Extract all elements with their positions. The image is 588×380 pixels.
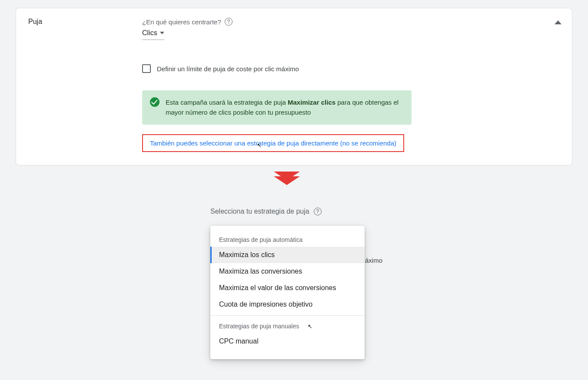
focus-label-row: ¿En qué quieres centrarte? ? (142, 18, 560, 26)
focus-label-text: ¿En qué quieres centrarte? (142, 18, 221, 26)
focus-dropdown[interactable]: Clics (142, 29, 164, 40)
menu-item-manual-cpc[interactable]: CPC manual (210, 333, 365, 350)
chevron-up-icon (555, 20, 561, 24)
menu-item-target-impression-share[interactable]: Cuota de impresiones objetivo (210, 296, 365, 313)
menu-item-maximize-clicks[interactable]: Maximiza los clics (210, 247, 365, 263)
banner-bold: Maximizar clics (288, 99, 336, 106)
banner-text: Esta campaña usará la estrategia de puja… (166, 97, 404, 118)
help-icon[interactable]: ? (314, 208, 322, 215)
banner-prefix: Esta campaña usará la estrategia de puja (166, 99, 288, 106)
direct-link-text: También puedes seleccionar una estrategi… (150, 139, 396, 147)
collapse-button[interactable] (555, 20, 561, 24)
strategy-info-banner: Esta campaña usará la estrategia de puja… (142, 90, 412, 125)
arrow-chevron-icon (274, 176, 300, 185)
menu-separator (210, 315, 365, 316)
bidding-card: Puja ¿En qué quieres centrarte? ? Clics … (16, 8, 572, 165)
card-header: Puja ¿En qué quieres centrarte? ? Clics … (28, 18, 560, 152)
menu-item-maximize-conversions[interactable]: Maximiza las conversiones (210, 263, 365, 280)
strategy-select-label-row: Selecciona tu estrategia de puja ? (210, 208, 365, 215)
caret-down-icon (160, 32, 164, 34)
max-cpc-checkbox[interactable] (142, 64, 151, 73)
strategy-dropdown-menu: Estrategias de puja automática Maximiza … (210, 226, 365, 359)
max-cpc-checkbox-label: Definir un límite de puja de coste por c… (157, 65, 299, 73)
group-label-auto: Estrategias de puja automática (210, 232, 365, 247)
select-strategy-direct-link[interactable]: También puedes seleccionar una estrategi… (142, 134, 404, 152)
obscured-checkbox-text: áximo (365, 257, 382, 264)
menu-item-maximize-conversion-value[interactable]: Maximiza el valor de las conversiones (210, 280, 365, 296)
help-icon[interactable]: ? (225, 18, 233, 26)
strategy-selector-section: Selecciona tu estrategia de puja ? áximo… (210, 208, 365, 359)
group-label-manual: Estrategias de puja manuales (210, 318, 365, 333)
focus-dropdown-value: Clics (142, 29, 157, 37)
strategy-select-label: Selecciona tu estrategia de puja (210, 208, 309, 215)
card-title: Puja (28, 18, 142, 26)
check-circle-icon (150, 97, 159, 107)
max-cpc-checkbox-row: Definir un límite de puja de coste por c… (142, 64, 560, 73)
card-body: ¿En qué quieres centrarte? ? Clics Defin… (142, 18, 560, 152)
arrow-down-graphic (274, 175, 300, 185)
